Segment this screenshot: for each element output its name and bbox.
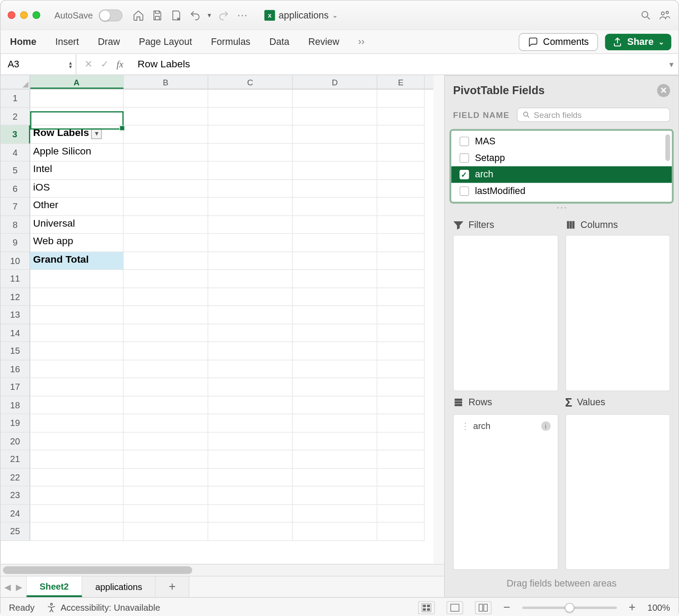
column-header-A[interactable]: A	[30, 75, 124, 89]
share-people-icon[interactable]	[658, 9, 672, 22]
cell-D18[interactable]	[293, 396, 377, 414]
cell-C24[interactable]	[208, 505, 292, 523]
sheet-next-icon[interactable]: ▶	[16, 582, 22, 592]
row-header-16[interactable]: 16	[0, 360, 30, 378]
row-header-17[interactable]: 17	[0, 378, 30, 396]
cell-A22[interactable]	[30, 468, 124, 486]
cell-C2[interactable]	[208, 107, 292, 125]
cell-A6[interactable]: iOS	[30, 180, 124, 198]
row-header-15[interactable]: 15	[0, 342, 30, 360]
row-header-20[interactable]: 20	[0, 432, 30, 450]
tab-overflow-icon[interactable]: ››	[356, 33, 367, 51]
cell-A8[interactable]: Universal	[30, 216, 124, 234]
cell-C18[interactable]	[208, 396, 292, 414]
search-icon[interactable]	[639, 9, 653, 22]
cell-A10[interactable]: Grand Total	[30, 252, 124, 270]
field-checkbox-MAS[interactable]	[460, 137, 469, 147]
panel-resize-handle[interactable]: • • •	[445, 204, 678, 215]
cell-B14[interactable]	[124, 324, 208, 342]
cell-C19[interactable]	[208, 414, 292, 432]
cell-E16[interactable]	[377, 360, 425, 378]
cell-B18[interactable]	[124, 396, 208, 414]
cell-D20[interactable]	[293, 432, 377, 450]
cell-B24[interactable]	[124, 505, 208, 523]
cell-A2[interactable]	[30, 107, 124, 125]
cell-B21[interactable]	[124, 450, 208, 468]
home-icon[interactable]	[132, 9, 145, 22]
cell-C4[interactable]	[208, 143, 292, 161]
cell-D24[interactable]	[293, 505, 377, 523]
cell-D2[interactable]	[293, 107, 377, 125]
cell-B17[interactable]	[124, 378, 208, 396]
cell-E5[interactable]	[377, 161, 425, 180]
column-header-B[interactable]: B	[124, 75, 208, 89]
autosave-toggle[interactable]	[99, 9, 123, 21]
row-header-4[interactable]: 4	[0, 143, 30, 161]
field-lastModified[interactable]: lastModified	[451, 183, 672, 200]
cell-C1[interactable]	[208, 89, 292, 107]
cell-E14[interactable]	[377, 324, 425, 342]
cell-B13[interactable]	[124, 306, 208, 324]
row-header-6[interactable]: 6	[0, 180, 30, 198]
pivot-filter-dropdown[interactable]: ▼	[91, 128, 102, 139]
row-header-9[interactable]: 9	[0, 234, 30, 252]
cell-B7[interactable]	[124, 198, 208, 216]
name-box[interactable]: A3 ▴▾	[0, 54, 76, 74]
add-sheet-button[interactable]: +	[156, 576, 189, 597]
cell-E4[interactable]	[377, 143, 425, 161]
cell-E19[interactable]	[377, 414, 425, 432]
column-header-E[interactable]: E	[377, 75, 425, 89]
cell-D21[interactable]	[293, 450, 377, 468]
cell-D22[interactable]	[293, 468, 377, 486]
row-header-1[interactable]: 1	[0, 89, 30, 107]
more-icon[interactable]: ⋯	[236, 9, 249, 22]
cell-D6[interactable]	[293, 180, 377, 198]
cell-D23[interactable]	[293, 487, 377, 505]
cell-D14[interactable]	[293, 324, 377, 342]
field-list[interactable]: MASSetapparchlastModified	[449, 129, 674, 203]
cell-B9[interactable]	[124, 234, 208, 252]
rows-dropzone[interactable]: ⋮ arch i	[453, 414, 558, 570]
filters-dropzone[interactable]	[453, 235, 558, 391]
cell-E24[interactable]	[377, 505, 425, 523]
columns-dropzone[interactable]	[565, 235, 670, 391]
cell-C10[interactable]	[208, 252, 292, 270]
cell-C3[interactable]	[208, 125, 292, 143]
cell-C23[interactable]	[208, 487, 292, 505]
row-header-24[interactable]: 24	[0, 505, 30, 523]
minimize-window-icon[interactable]	[20, 11, 28, 19]
cell-D16[interactable]	[293, 360, 377, 378]
cell-C21[interactable]	[208, 450, 292, 468]
cell-A7[interactable]: Other	[30, 198, 124, 216]
cell-A12[interactable]	[30, 288, 124, 306]
cell-E18[interactable]	[377, 396, 425, 414]
cell-A16[interactable]	[30, 360, 124, 378]
tab-home[interactable]: Home	[7, 33, 39, 51]
rows-chip-arch[interactable]: ⋮ arch i	[457, 418, 554, 433]
cell-E15[interactable]	[377, 342, 425, 360]
cell-A14[interactable]	[30, 324, 124, 342]
row-header-10[interactable]: 10	[0, 252, 30, 270]
cell-C22[interactable]	[208, 468, 292, 486]
cell-C8[interactable]	[208, 216, 292, 234]
tab-insert[interactable]: Insert	[53, 33, 81, 51]
row-header-19[interactable]: 19	[0, 414, 30, 432]
cell-D7[interactable]	[293, 198, 377, 216]
row-header-22[interactable]: 22	[0, 468, 30, 486]
row-header-2[interactable]: 2	[0, 107, 30, 125]
cell-D3[interactable]	[293, 125, 377, 143]
tab-formulas[interactable]: Formulas	[208, 33, 252, 51]
tab-data[interactable]: Data	[267, 33, 292, 51]
cell-B10[interactable]	[124, 252, 208, 270]
save-as-icon[interactable]	[170, 9, 183, 22]
cell-A20[interactable]	[30, 432, 124, 450]
cell-A15[interactable]	[30, 342, 124, 360]
cell-B11[interactable]	[124, 270, 208, 288]
field-checkbox-lastModified[interactable]	[460, 187, 469, 196]
cell-A13[interactable]	[30, 306, 124, 324]
cell-C14[interactable]	[208, 324, 292, 342]
accessibility-label[interactable]: Accessibility: Unavailable	[61, 602, 160, 612]
close-panel-icon[interactable]: ✕	[657, 84, 670, 97]
cell-D15[interactable]	[293, 342, 377, 360]
cell-E3[interactable]	[377, 125, 425, 143]
